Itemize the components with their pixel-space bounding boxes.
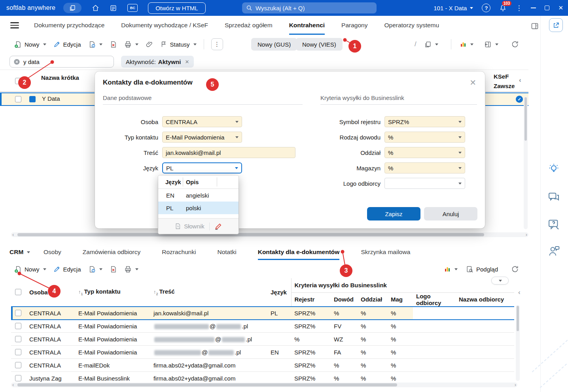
- workspaces-button[interactable]: [63, 3, 81, 13]
- select-all-checkbox[interactable]: [15, 78, 21, 84]
- column-header-ksef-line1[interactable]: KSeF: [494, 73, 509, 80]
- contractors-hscrollbar[interactable]: ‹ ›: [11, 232, 528, 237]
- tab-kontakty-dla-e-dokumentow[interactable]: Kontakty dla e-dokumentów: [258, 244, 340, 260]
- export-button[interactable]: [484, 41, 498, 48]
- column-header-osoba[interactable]: Osoba: [26, 278, 75, 307]
- open-in-html-button[interactable]: Otwórz w HTML: [148, 2, 206, 14]
- row-checkbox[interactable]: [15, 310, 21, 316]
- jezyk-select[interactable]: PL: [162, 162, 242, 173]
- collapse-columns-button[interactable]: ‹: [519, 76, 521, 84]
- clear-search-icon[interactable]: [13, 58, 20, 65]
- slownik-button[interactable]: Słownik: [174, 223, 204, 230]
- tab-dokumenty-przychodzace[interactable]: Dokumenty przychodzące: [34, 16, 104, 35]
- company-selector[interactable]: 101 - X Data: [434, 5, 473, 11]
- refresh-button[interactable]: [511, 40, 519, 48]
- rodzaj-dowodu-select[interactable]: %: [384, 132, 465, 143]
- select-all-checkbox[interactable]: [15, 289, 21, 295]
- tab-sprzedaz-ogolem[interactable]: Sprzedaż ogółem: [225, 16, 273, 35]
- column-header-ksef-line2[interactable]: Zawsze: [494, 83, 515, 89]
- global-search[interactable]: [242, 2, 377, 13]
- tab-skrzynka-mailowa[interactable]: Skrzynka mailowa: [361, 244, 410, 260]
- collapse-panel-button[interactable]: [491, 277, 509, 285]
- scroll-right-icon[interactable]: ›: [515, 382, 516, 388]
- column-header-nazwa-odbiorcy[interactable]: Nazwa odbiorcy: [456, 292, 514, 307]
- new-vies-button[interactable]: Nowy (VIES): [296, 38, 343, 51]
- contractors-vscrollbar[interactable]: [524, 96, 528, 229]
- menu-button[interactable]: [10, 22, 19, 28]
- scroll-left-icon[interactable]: ‹: [12, 382, 14, 388]
- column-header-oddzial[interactable]: Oddział: [358, 292, 388, 307]
- filter-chip-aktywnosc[interactable]: Aktywność: Aktywni ✕: [121, 56, 194, 68]
- print-contacts-button[interactable]: [124, 266, 138, 273]
- contacts-vscrollbar[interactable]: [516, 305, 520, 381]
- cancel-button[interactable]: Anuluj: [424, 207, 477, 220]
- new-contact-button[interactable]: Nowy: [14, 266, 46, 273]
- save-button[interactable]: Zapisz: [367, 207, 420, 220]
- suggestions-button[interactable]: [547, 163, 560, 175]
- dialog-close-icon[interactable]: ✕: [470, 78, 476, 87]
- help-chat-button[interactable]: [547, 218, 560, 231]
- column-header-tresc[interactable]: ↑2Treść: [150, 278, 267, 307]
- tab-osoby[interactable]: Osoby: [44, 244, 61, 260]
- side-panel-toggle[interactable]: [531, 22, 539, 30]
- column-header-rejestr[interactable]: Rejestr: [291, 292, 331, 307]
- new-gus-button[interactable]: Nowy (GUS): [251, 38, 297, 51]
- edit-dictionary-icon[interactable]: [214, 222, 222, 230]
- share-button[interactable]: [549, 18, 563, 32]
- symbol-rejestru-select[interactable]: SPRZ%: [384, 116, 465, 127]
- tresc-input[interactable]: jan.kowalski@mail.pl: [162, 147, 295, 158]
- delete-button[interactable]: [110, 41, 117, 48]
- delete-contact-button[interactable]: [110, 266, 117, 273]
- row-checkbox[interactable]: [15, 375, 21, 381]
- table-row[interactable]: CENTRALA E-mailEDok firma.abs02+ydata@gm…: [11, 359, 514, 372]
- tab-kontrahenci[interactable]: Kontrahenci: [289, 16, 325, 35]
- row-checkbox[interactable]: [15, 96, 21, 102]
- tab-notatki[interactable]: Notatki: [217, 244, 236, 260]
- row-checkbox[interactable]: [15, 336, 21, 342]
- news-button[interactable]: [110, 4, 117, 12]
- tab-zamowienia-odbiorcy[interactable]: Zamówienia odbiorcy: [83, 244, 140, 260]
- document-info-button[interactable]: [88, 266, 102, 273]
- statuses-button[interactable]: Statusy: [160, 41, 197, 48]
- more-options-button[interactable]: ⋮: [515, 4, 522, 12]
- language-option-pl[interactable]: PL polski: [158, 202, 239, 214]
- print-button[interactable]: [124, 41, 138, 48]
- tab-dokumenty-wychodzace-ksef[interactable]: Dokumenty wychodzące / KSeF: [121, 16, 208, 35]
- row-checkbox[interactable]: [15, 362, 21, 368]
- minimize-button[interactable]: [531, 8, 536, 8]
- scrollbar-thumb[interactable]: [517, 306, 519, 331]
- column-header-dowod[interactable]: Dowód: [331, 292, 358, 307]
- oddzial-select[interactable]: %: [384, 147, 465, 158]
- grid-search-input[interactable]: [23, 58, 110, 65]
- home-button[interactable]: [92, 4, 99, 12]
- osoba-select[interactable]: CENTRALA: [162, 116, 242, 127]
- table-row[interactable]: CENTRALA E-Mail Powiadomienia @.pl % WZ …: [11, 333, 514, 346]
- table-row[interactable]: CENTRALA E-Mail Powiadomienia @.pl EN SP…: [11, 346, 514, 359]
- toolbar-more-button[interactable]: ⋮: [211, 38, 223, 50]
- column-header-mag[interactable]: Mag: [388, 292, 413, 307]
- column-divider[interactable]: [183, 177, 183, 187]
- preview-button[interactable]: Podgląd: [466, 266, 498, 273]
- column-header-logo-odbiorcy[interactable]: Logo odbiorcy: [413, 292, 456, 307]
- language-option-en[interactable]: EN angielski: [158, 189, 239, 202]
- bc-button[interactable]: BC: [127, 4, 138, 12]
- table-row[interactable]: CENTRALA E-Mail Powiadomienia jan.kowals…: [11, 307, 514, 320]
- edit-button[interactable]: Edycja: [53, 41, 81, 48]
- grid-search[interactable]: [9, 56, 114, 68]
- scroll-left-icon[interactable]: ‹: [12, 232, 14, 237]
- scrollbar-thumb[interactable]: [17, 233, 484, 236]
- layout-button[interactable]: [424, 41, 438, 48]
- tab-paragony[interactable]: Paragony: [341, 16, 367, 35]
- attachments-button[interactable]: [146, 41, 153, 48]
- edit-contact-button[interactable]: Edycja: [53, 266, 81, 273]
- global-search-input[interactable]: [256, 5, 373, 11]
- crm-selector[interactable]: CRM: [9, 244, 30, 260]
- notifications-button[interactable]: 103: [499, 4, 507, 12]
- row-checkbox[interactable]: [15, 323, 21, 329]
- remove-filter-icon[interactable]: ✕: [185, 59, 189, 65]
- scrollbar-thumb[interactable]: [17, 383, 397, 386]
- close-window-button[interactable]: ✕: [558, 4, 563, 11]
- scroll-right-icon[interactable]: ›: [526, 232, 527, 237]
- column-header-jezyk[interactable]: Język: [267, 278, 291, 307]
- tab-operatorzy-systemu[interactable]: Operatorzy systemu: [384, 16, 439, 35]
